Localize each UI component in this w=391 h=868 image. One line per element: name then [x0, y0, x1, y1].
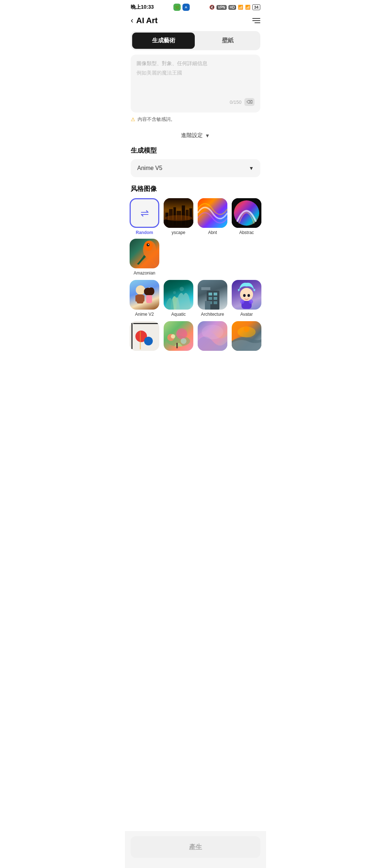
- advanced-label: 進階設定: [181, 132, 203, 139]
- svg-point-39: [240, 288, 253, 301]
- svg-rect-36: [205, 301, 210, 310]
- style-label-abstract: Abstrac: [239, 230, 254, 235]
- style-item-architecture[interactable]: Architecture: [197, 280, 228, 317]
- svg-rect-50: [140, 331, 141, 349]
- style-item-amazonian[interactable]: Amazonian: [129, 239, 160, 276]
- tab-wallpaper[interactable]: 壁紙: [196, 33, 259, 49]
- svg-point-56: [171, 334, 175, 339]
- svg-point-59: [202, 325, 223, 339]
- style-item-row3-4[interactable]: [231, 321, 262, 353]
- svg-point-26: [180, 287, 184, 291]
- svg-rect-33: [214, 297, 217, 300]
- warning-text: 內容不含敏感詞。: [138, 116, 175, 123]
- style-grid-row3: [125, 321, 266, 353]
- svg-point-44: [249, 299, 253, 304]
- style-item-random[interactable]: ⇌ Random: [129, 198, 160, 235]
- style-label-aquatic: Aquatic: [171, 312, 186, 317]
- svg-point-54: [176, 328, 187, 339]
- prompt-input-area[interactable]: 圖像類型、對象、任何詳細信息 例如美麗的魔法王國 0/150 ⌫: [131, 55, 260, 112]
- style-thumb-avatar: [232, 280, 261, 310]
- style-thumb-row3-2: [164, 321, 193, 351]
- chevron-down-icon: ▼: [205, 133, 210, 139]
- style-label-ambient: Abnt: [208, 230, 217, 235]
- style-item-avatar[interactable]: Avatar: [231, 280, 262, 317]
- svg-point-27: [173, 291, 176, 294]
- advanced-settings-toggle[interactable]: 進階設定 ▼: [125, 126, 266, 145]
- svg-rect-55: [176, 343, 178, 348]
- style-thumb-abstract: [232, 198, 261, 228]
- svg-rect-31: [214, 293, 217, 295]
- style-thumb-aquatic: [164, 280, 193, 310]
- warning-icon: ⚠: [131, 116, 135, 122]
- placeholder-line1: 圖像類型、對象、任何詳細信息: [136, 60, 255, 67]
- style-item-cityscape[interactable]: yscape: [163, 198, 194, 235]
- warning-row: ⚠ 內容不含敏感詞。: [131, 116, 260, 123]
- tab-bar: 生成藝術 壁紙: [131, 31, 260, 50]
- battery-icon: 34: [252, 4, 260, 10]
- status-bar: 晚上10:33 🌿 A 🔇 VPN HD 📶 📶 34: [125, 0, 266, 13]
- vpn-badge: VPN: [216, 5, 227, 10]
- style-thumb-ambient: [198, 198, 227, 228]
- style-thumb-row3-1: [130, 321, 159, 351]
- svg-rect-46: [131, 323, 133, 349]
- model-selected-label: Anime V5: [137, 165, 162, 171]
- page-title: AI Art: [136, 16, 157, 25]
- wifi-icon: 📶: [245, 5, 251, 10]
- svg-rect-24: [146, 295, 152, 303]
- style-thumb-amazonian: [130, 239, 159, 268]
- svg-rect-37: [201, 287, 210, 290]
- svg-rect-32: [209, 297, 212, 300]
- back-button[interactable]: ‹: [131, 16, 133, 25]
- status-app-icon-1: 🌿: [173, 4, 181, 11]
- menu-line-2: [252, 20, 260, 21]
- delete-button[interactable]: ⌫: [244, 98, 255, 106]
- status-icons: 🔇 VPN HD 📶 📶 34: [209, 4, 260, 10]
- svg-rect-22: [142, 295, 144, 302]
- svg-rect-8: [164, 220, 193, 228]
- style-label-random: Random: [136, 230, 153, 235]
- model-section-title: 生成模型: [125, 145, 266, 159]
- dropdown-arrow-icon: ▼: [249, 165, 254, 171]
- svg-point-41: [248, 294, 250, 297]
- style-label-animev2: Anime V2: [135, 312, 154, 317]
- shuffle-icon: ⇌: [140, 207, 149, 219]
- header: ‹ AI Art: [125, 13, 266, 31]
- svg-point-49: [144, 337, 153, 345]
- style-label-amazonian: Amazonian: [134, 271, 155, 276]
- delete-icon: ⌫: [247, 99, 253, 105]
- style-section-title: 风格图像: [125, 183, 266, 198]
- svg-point-19: [136, 285, 145, 295]
- hd-badge: HD: [228, 5, 236, 10]
- style-item-row3-2[interactable]: [163, 321, 194, 353]
- style-thumb-architecture: [198, 280, 227, 310]
- status-app-icon-2: A: [182, 4, 190, 11]
- style-label-cityscape: yscape: [172, 230, 185, 235]
- style-item-aquatic[interactable]: Aquatic: [163, 280, 194, 317]
- style-item-row3-3[interactable]: [197, 321, 228, 353]
- menu-line-3: [255, 22, 260, 23]
- style-item-abstract[interactable]: Abstrac: [231, 198, 262, 235]
- status-app-icons: 🌿 A: [173, 4, 190, 11]
- style-thumb-row3-4: [232, 321, 261, 351]
- header-left: ‹ AI Art: [131, 16, 157, 25]
- svg-point-40: [243, 294, 246, 297]
- style-item-animev2[interactable]: Anime V2: [129, 280, 160, 317]
- style-item-ambient[interactable]: Abnt: [197, 198, 228, 235]
- input-footer: 0/150 ⌫: [136, 98, 255, 106]
- svg-point-43: [240, 299, 244, 304]
- status-time: 晚上10:33: [131, 4, 154, 10]
- style-thumb-random: ⇌: [130, 198, 159, 228]
- style-thumb-animev2: [130, 280, 159, 310]
- placeholder-line2: 例如美麗的魔法王國: [136, 70, 255, 76]
- svg-point-9: [165, 215, 192, 221]
- svg-rect-35: [214, 301, 217, 304]
- style-label-architecture: Architecture: [201, 312, 224, 317]
- tab-generate[interactable]: 生成藝術: [132, 33, 195, 49]
- menu-button[interactable]: [252, 18, 260, 23]
- svg-point-17: [148, 244, 149, 245]
- char-count: 0/150: [230, 99, 241, 105]
- svg-point-57: [181, 338, 186, 344]
- mute-icon: 🔇: [209, 5, 215, 10]
- style-item-row3-1[interactable]: [129, 321, 160, 353]
- model-dropdown[interactable]: Anime V5 ▼: [131, 159, 260, 177]
